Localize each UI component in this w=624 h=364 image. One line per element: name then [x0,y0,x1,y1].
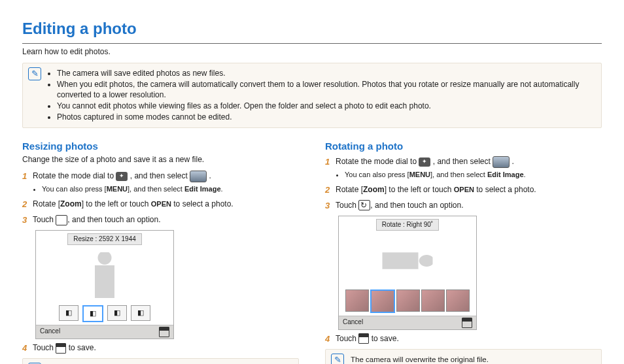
rotate-thumb[interactable] [370,290,395,313]
resize-note: ✎ Available resize options differ depend… [22,358,299,364]
step-number: 4 [325,333,336,346]
rotate-thumb[interactable] [396,290,420,312]
resize-icon [56,215,67,225]
rotate-thumb-row [339,288,476,316]
step-body: Touch to save. [336,333,602,344]
step-body: Rotate the mode dial to ✦ , and then sel… [33,170,299,195]
rotate-icon [358,200,370,210]
top-note-body: The camera will save edited photos as ne… [48,67,596,124]
mode-dial-icon: ✦ [419,157,430,167]
step-body: Touch , and then touch an option. [33,214,299,225]
rotate-thumb[interactable] [345,290,369,312]
step-number: 1 [22,170,33,183]
top-note-item: Photos captured in some modes cannot be … [57,112,596,122]
step-number: 3 [22,214,33,227]
top-note-box: ✎ The camera will save edited photos as … [22,63,602,128]
text: . [209,171,211,180]
resizing-section: Resizing photos Change the size of a pho… [22,137,299,364]
rotate-note: ✎ The camera will overwrite the original… [325,349,602,364]
save-icon [56,343,66,354]
resize-option-button[interactable]: ◧ [82,305,103,322]
top-note-item: You cannot edit photos while viewing fil… [57,101,596,111]
step-body: Rotate the mode dial to ✦ , and then sel… [336,156,602,181]
text: Rotate the mode dial to [33,171,116,180]
photo-silhouette [383,241,433,280]
rotate-mock-label: Rotate : Right 90˚ [376,219,439,231]
cancel-button[interactable]: Cancel [343,318,363,328]
resize-mock-screen: Resize : 2592 X 1944 ◧ ◧ ◧ ◧ Cancel [35,230,174,339]
rotating-heading: Rotating a photo [325,140,602,153]
resize-option-button[interactable]: ◧ [107,305,127,321]
page-title: Editing a photo [22,18,602,44]
save-icon[interactable] [159,327,169,337]
photo-silhouette [82,252,128,298]
step-body: Rotate [Zoom] to the left or touch OPEN … [336,184,602,195]
mode-dial-icon: ✦ [116,172,128,181]
resize-toolbar: ◧ ◧ ◧ ◧ [36,303,173,325]
page-intro: Learn how to edit photos. [22,46,602,57]
top-note-item: The camera will save edited photos as ne… [57,68,596,78]
step-number: 2 [22,198,33,211]
step-body: Touch to save. [33,342,299,354]
select-icon [190,171,207,182]
select-icon [493,156,510,168]
resizing-sub: Change the size of a photo and save it a… [22,154,299,165]
save-icon [358,333,369,344]
save-icon[interactable] [462,318,472,328]
step-number: 1 [325,156,336,169]
resize-option-button[interactable]: ◧ [59,305,78,321]
resize-option-button[interactable]: ◧ [131,305,150,321]
resizing-heading: Resizing photos [22,140,299,153]
note-icon: ✎ [28,67,41,80]
step-body: Rotate [Zoom] to the left or touch OPEN … [33,198,299,210]
step-number: 3 [325,199,336,212]
note-text: The camera will overwrite the original f… [351,355,489,364]
rotate-mock-screen: Rotate : Right 90˚ Cancel [338,216,477,330]
step-number: 2 [325,184,336,197]
cancel-button[interactable]: Cancel [40,327,60,337]
step-number: 4 [22,342,33,355]
text: , and then select [130,171,190,180]
rotate-thumb[interactable] [421,290,445,312]
top-note-item: When you edit photos, the camera will au… [57,79,596,100]
note-icon: ✎ [331,354,344,364]
resize-mock-label: Resize : 2592 X 1944 [67,233,142,245]
rotate-thumb[interactable] [446,290,470,312]
step-body: Touch , and then touch an option. [336,199,602,211]
substep: You can also press [MENU], and then sele… [345,169,602,180]
substep: You can also press [MENU], and then sele… [42,184,299,195]
rotating-section: Rotating a photo 1 Rotate the mode dial … [325,137,602,364]
